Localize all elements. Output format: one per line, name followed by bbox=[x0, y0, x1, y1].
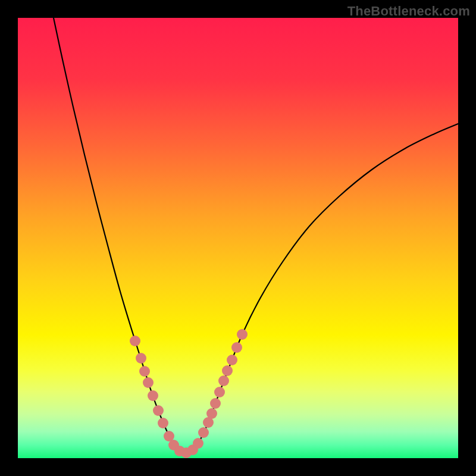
scatter-point bbox=[130, 336, 140, 346]
scatter-point bbox=[153, 405, 164, 416]
curves-layer bbox=[18, 18, 458, 458]
scatter-point bbox=[158, 418, 168, 428]
scatter-point bbox=[218, 375, 229, 386]
scatter-point bbox=[222, 365, 233, 376]
scatter-point bbox=[148, 390, 158, 401]
scatter-point bbox=[231, 342, 242, 353]
chart-stage: TheBottleneck.com bbox=[0, 0, 476, 476]
scatter-point bbox=[237, 329, 248, 340]
scatter-point bbox=[214, 387, 225, 397]
scatter-point bbox=[136, 353, 146, 364]
scatter-point bbox=[139, 366, 150, 377]
scatter-point bbox=[206, 408, 217, 419]
curve-left_branch bbox=[54, 18, 184, 454]
watermark-text: TheBottleneck.com bbox=[347, 4, 470, 19]
plot-area bbox=[18, 18, 458, 458]
scatter-point bbox=[198, 427, 209, 438]
scatter-point bbox=[210, 398, 221, 409]
curve-paths bbox=[54, 18, 458, 454]
scatter-point bbox=[227, 355, 237, 365]
scatter-point bbox=[143, 377, 154, 388]
curve-right_branch bbox=[184, 124, 458, 454]
scatter-dots bbox=[130, 329, 248, 458]
scatter-point bbox=[193, 438, 203, 449]
